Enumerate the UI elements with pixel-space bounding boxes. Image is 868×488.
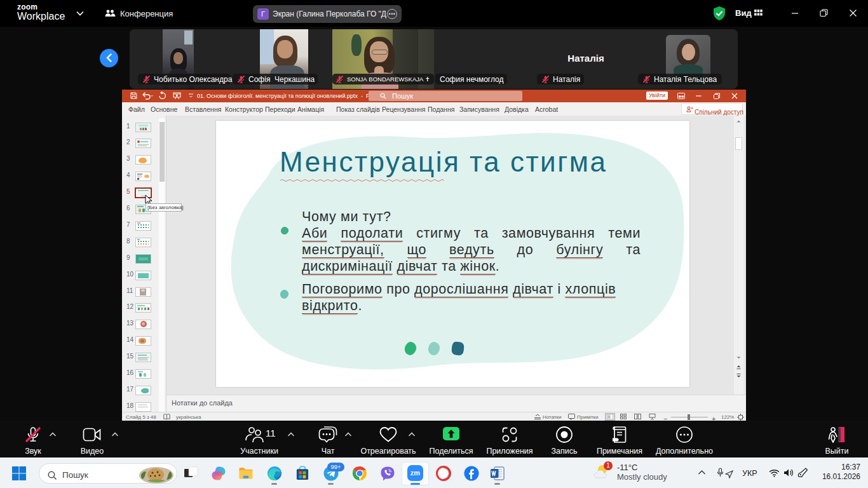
svg-text:11: 11	[266, 428, 276, 438]
